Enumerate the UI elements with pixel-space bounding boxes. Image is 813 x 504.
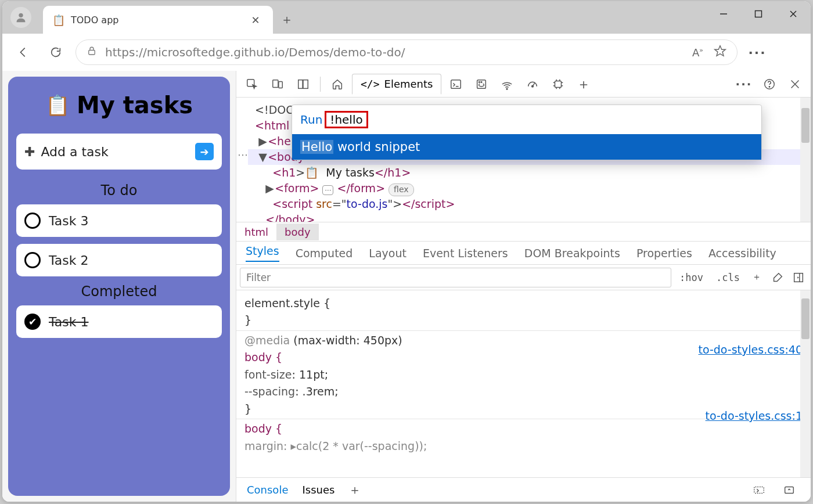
welcome-tab-icon[interactable] bbox=[326, 73, 348, 95]
more-tabs-button[interactable]: ＋ bbox=[573, 73, 595, 95]
styles-content[interactable]: element.style { } @media (max-width: 450… bbox=[236, 290, 811, 477]
cls-toggle[interactable]: .cls bbox=[711, 269, 744, 286]
paintbrush-icon[interactable] bbox=[769, 267, 786, 289]
crumb-body[interactable]: body bbox=[276, 224, 319, 240]
svg-rect-2 bbox=[756, 11, 762, 17]
drawer-add-tab-icon[interactable]: ＋ bbox=[348, 481, 361, 499]
todo-section-header: To do bbox=[16, 182, 222, 199]
css-source-link[interactable]: to-do-styles.css:40 bbox=[699, 341, 803, 358]
sources-tab-icon[interactable] bbox=[470, 73, 492, 95]
crumb-html[interactable]: html bbox=[236, 224, 276, 240]
url-text: https://microsoftedge.github.io/Demos/de… bbox=[105, 45, 684, 59]
drawer-tabs: Console Issues ＋ bbox=[236, 477, 811, 502]
completed-section-header: Completed bbox=[16, 283, 222, 300]
add-task-label: Add a task bbox=[41, 145, 189, 159]
window-maximize-button[interactable] bbox=[741, 1, 776, 27]
plus-icon: ✚ bbox=[24, 145, 35, 159]
drawer-console-tab[interactable]: Console bbox=[247, 484, 288, 496]
task-row[interactable]: ✔ Task 1 bbox=[16, 305, 222, 338]
memory-tab-icon[interactable] bbox=[547, 73, 569, 95]
svg-rect-36 bbox=[785, 487, 794, 493]
browser-toolbar: https://microsoftedge.github.io/Demos/de… bbox=[2, 34, 811, 71]
command-query-input[interactable]: !hello bbox=[325, 111, 368, 128]
checkbox-unchecked-icon[interactable] bbox=[24, 252, 41, 268]
svg-rect-9 bbox=[279, 81, 282, 88]
svg-point-16 bbox=[481, 81, 483, 82]
task-row[interactable]: Task 3 bbox=[16, 204, 222, 237]
help-icon[interactable] bbox=[758, 73, 780, 95]
tab-accessibility[interactable]: Accessibility bbox=[708, 247, 776, 260]
tab-layout[interactable]: Layout bbox=[369, 247, 406, 260]
computed-sidebar-icon[interactable] bbox=[790, 267, 807, 289]
window-minimize-button[interactable] bbox=[706, 1, 741, 27]
command-result-item[interactable]: Hello world snippet bbox=[292, 134, 761, 160]
drawer-issues-tab[interactable]: Issues bbox=[302, 484, 334, 496]
svg-point-17 bbox=[507, 88, 508, 89]
tab-styles[interactable]: Styles bbox=[246, 244, 279, 262]
console-tab-icon[interactable] bbox=[445, 73, 467, 95]
tab-properties[interactable]: Properties bbox=[636, 247, 692, 260]
command-run-label: Run bbox=[300, 113, 322, 127]
svg-point-19 bbox=[532, 85, 534, 87]
submit-task-button[interactable]: ➔ bbox=[195, 143, 214, 160]
svg-rect-35 bbox=[754, 487, 764, 493]
tab-computed[interactable]: Computed bbox=[296, 247, 353, 260]
task-label: Task 1 bbox=[49, 315, 88, 329]
refresh-button[interactable] bbox=[43, 39, 69, 65]
flex-badge[interactable]: flex bbox=[388, 183, 413, 196]
checkbox-unchecked-icon[interactable] bbox=[24, 213, 41, 229]
css-source-link[interactable]: to-do-styles.css:1 bbox=[706, 408, 803, 424]
task-row[interactable]: Task 2 bbox=[16, 244, 222, 276]
tab-close-icon[interactable]: ✕ bbox=[247, 12, 264, 28]
page-title: 📋My tasks bbox=[16, 92, 222, 118]
window-close-button[interactable] bbox=[776, 1, 811, 27]
page-content: 📋My tasks ✚ Add a task ➔ To do Task 3 Ta… bbox=[2, 71, 236, 502]
lock-icon bbox=[87, 46, 97, 59]
back-button[interactable] bbox=[10, 39, 36, 65]
hov-toggle[interactable]: :hov bbox=[675, 269, 708, 286]
svg-point-0 bbox=[19, 13, 23, 17]
profile-avatar[interactable] bbox=[10, 7, 31, 28]
breadcrumb[interactable]: html body bbox=[236, 222, 811, 242]
svg-rect-20 bbox=[555, 81, 562, 87]
new-style-rule-icon[interactable]: ＋ bbox=[748, 267, 765, 289]
add-task-input[interactable]: ✚ Add a task ➔ bbox=[16, 134, 222, 170]
task-label: Task 2 bbox=[49, 253, 88, 268]
svg-rect-11 bbox=[303, 80, 308, 88]
svg-marker-6 bbox=[715, 46, 725, 56]
checkbox-checked-icon[interactable]: ✔ bbox=[24, 314, 41, 330]
network-tab-icon[interactable] bbox=[496, 73, 518, 95]
favorite-icon[interactable] bbox=[714, 45, 726, 60]
inspect-element-icon[interactable] bbox=[241, 73, 263, 95]
tab-favicon: 📋 bbox=[52, 14, 65, 26]
dock-side-icon[interactable] bbox=[292, 73, 314, 95]
svg-rect-5 bbox=[89, 51, 95, 55]
device-toolbar-icon[interactable] bbox=[267, 73, 289, 95]
svg-rect-12 bbox=[451, 80, 461, 88]
tab-event-listeners[interactable]: Event Listeners bbox=[423, 247, 508, 260]
read-aloud-icon[interactable]: A» bbox=[692, 46, 703, 59]
address-bar[interactable]: https://microsoftedge.github.io/Demos/de… bbox=[75, 39, 738, 65]
more-menu-button[interactable]: ··· bbox=[744, 39, 770, 65]
browser-tab[interactable]: 📋 TODO app ✕ bbox=[43, 6, 273, 34]
svg-point-30 bbox=[769, 86, 769, 87]
clipboard-icon: 📋 bbox=[45, 93, 70, 117]
task-label: Task 3 bbox=[49, 214, 88, 228]
devtools-more-icon[interactable]: ··· bbox=[733, 73, 755, 95]
elements-tab-label: Elements bbox=[384, 78, 433, 90]
drawer-expand-icon[interactable] bbox=[778, 479, 800, 501]
code-icon: </> bbox=[361, 78, 380, 90]
command-menu-popup: Run !hello Hello world snippet bbox=[292, 105, 762, 160]
performance-tab-icon[interactable] bbox=[521, 73, 544, 95]
new-tab-button[interactable]: ＋ bbox=[273, 6, 301, 34]
svg-rect-8 bbox=[273, 80, 278, 87]
svg-point-15 bbox=[479, 81, 480, 82]
svg-rect-10 bbox=[298, 80, 303, 88]
devtools-close-icon[interactable] bbox=[784, 73, 806, 95]
elements-tab[interactable]: </> Elements bbox=[352, 74, 441, 95]
drawer-error-icon[interactable] bbox=[748, 479, 770, 501]
tab-title: TODO app bbox=[71, 15, 242, 26]
tab-dom-breakpoints[interactable]: DOM Breakpoints bbox=[524, 247, 620, 260]
styles-filter-input[interactable] bbox=[240, 268, 671, 287]
styles-tabstrip: Styles Computed Layout Event Listeners D… bbox=[236, 242, 811, 265]
